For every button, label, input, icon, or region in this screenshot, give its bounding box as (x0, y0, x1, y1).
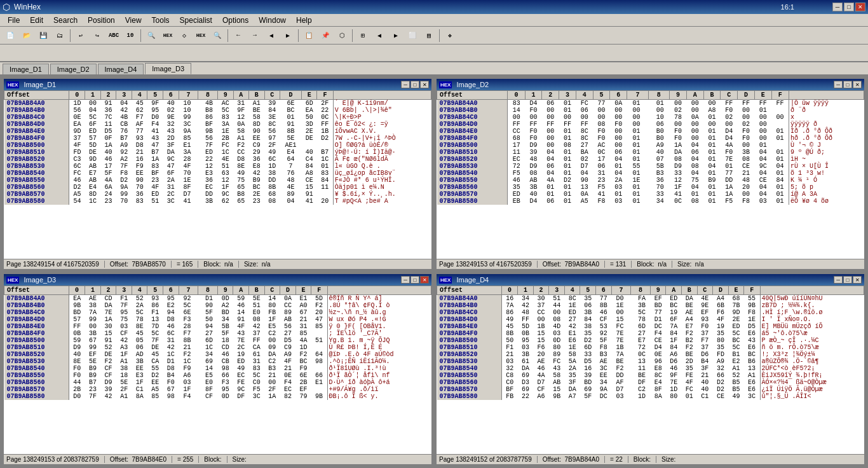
table-row[interactable]: 07B9AB84C00E5C7C4BF7D09E99868312583E0150… (4, 114, 431, 121)
hex-byte[interactable]: ED (508, 191, 526, 198)
hex-byte[interactable]: 04 (686, 170, 703, 177)
hex-byte[interactable]: D2 (69, 184, 85, 191)
hex-byte[interactable]: B3 (596, 351, 612, 358)
hex-byte[interactable]: ED (147, 191, 163, 198)
hex-byte[interactable]: 01 (771, 128, 789, 135)
hex-byte[interactable]: 77 (650, 309, 666, 316)
hex-byte[interactable]: 00 (771, 114, 789, 121)
hex-byte[interactable]: 69 (518, 372, 534, 379)
hex-byte[interactable]: 01 (559, 100, 576, 107)
hex-byte[interactable]: 34 (648, 198, 669, 205)
hex-byte[interactable]: 67 (85, 337, 101, 344)
hex-byte[interactable]: 29 (249, 149, 265, 156)
hex-byte[interactable]: DE (147, 344, 163, 351)
hex-byte[interactable]: E6 (564, 337, 580, 344)
hex-byte[interactable]: 19 (233, 351, 249, 358)
hex-byte[interactable]: FC (682, 386, 698, 393)
hex-byte[interactable]: 52 (132, 295, 147, 303)
hex-byte[interactable]: A2 (116, 156, 132, 163)
hex-byte[interactable]: D2 (116, 177, 132, 184)
hex-byte[interactable]: 51 (549, 295, 565, 303)
hex-byte[interactable]: FF (525, 121, 542, 128)
hex-byte[interactable]: 5E (116, 379, 132, 386)
hex-byte[interactable]: 95 (163, 295, 179, 303)
hex-byte[interactable]: 36 (249, 156, 265, 163)
table-row[interactable]: 07B9AB84F068F000018CF00001B0F00001D4F000… (437, 135, 864, 142)
hex-byte[interactable]: 99 (85, 344, 101, 351)
hex-byte[interactable]: 01 (703, 184, 721, 191)
hex-byte[interactable]: 20 (533, 351, 549, 358)
table-row[interactable]: 07B9AB8570BF69CF15DA699AD7C28F1DFC40D2B5… (437, 386, 864, 393)
hex-byte[interactable]: DA (670, 149, 687, 156)
hex-byte[interactable]: 00 (576, 114, 593, 121)
hex-byte[interactable]: 02 (670, 107, 687, 114)
hex-byte[interactable]: 2A (132, 302, 147, 309)
hex-byte[interactable]: 31 (233, 100, 249, 107)
hex-byte[interactable]: 12 (198, 163, 218, 170)
hex-byte[interactable]: 55 (744, 295, 760, 303)
hex-byte[interactable]: FC (576, 100, 593, 107)
hex-byte[interactable]: 01 (627, 198, 648, 205)
table-row[interactable]: 07B9AB850059679142057F318B6D187EFF00D54A… (4, 337, 431, 344)
hex-byte[interactable]: FB (501, 393, 517, 400)
table-row[interactable]: 07B9AB84B09B38DA7F2A86E25C90A2465180CCA0… (4, 302, 431, 309)
hex-byte[interactable]: 04 (576, 170, 593, 177)
hex-byte[interactable]: 0A (610, 100, 627, 107)
hex-byte[interactable]: A7 (564, 393, 580, 400)
hex-byte[interactable]: EF (295, 386, 311, 393)
hex-byte[interactable]: A5 (69, 191, 85, 198)
hex-byte[interactable]: 01 (559, 149, 576, 156)
hex-byte[interactable]: BC (728, 337, 744, 344)
hex-byte[interactable]: 9D (69, 128, 85, 135)
hex-byte[interactable]: 7F (116, 302, 132, 309)
hex-byte[interactable]: 39 (264, 100, 280, 107)
hex-byte[interactable]: B0 (648, 135, 669, 142)
table-row[interactable]: 07B9AB8510FDDE409221B7DA3AED1CCC2949E440… (4, 149, 431, 156)
hex-byte[interactable]: 91 (100, 337, 116, 344)
hex-byte[interactable]: 57 (85, 135, 101, 142)
hex-byte[interactable]: 12 (217, 177, 233, 184)
hex-byte[interactable]: 31 (249, 358, 265, 365)
hex-byte[interactable]: 01 (559, 191, 576, 198)
hex-byte[interactable]: 36 (132, 191, 147, 198)
hex-byte[interactable]: 00 (542, 128, 559, 135)
hex-byte[interactable]: 23 (249, 198, 265, 205)
hex-byte[interactable]: F2 (233, 142, 249, 149)
hex-byte[interactable]: 1D (69, 100, 85, 107)
hex-byte[interactable]: 1D (295, 344, 311, 351)
hex-byte[interactable]: 49 (233, 170, 249, 177)
hex-byte[interactable]: 35 (580, 295, 596, 303)
hex-byte[interactable]: 77 (593, 100, 610, 107)
hex-byte[interactable]: FC (69, 170, 85, 177)
hex-byte[interactable]: 34 (198, 351, 218, 358)
table-row[interactable]: 07B9AB84C08648CC00ED3B46005C7719AEEFF69D… (437, 309, 864, 316)
hex-byte[interactable]: 06 (593, 163, 610, 170)
hex-byte[interactable]: 00 (754, 128, 771, 135)
tab-image_d1[interactable]: Image_D1 (3, 64, 49, 74)
table-row[interactable]: 07B9AB855046AB4AD290232A1E361275B9DD48CE… (4, 177, 431, 184)
hex-byte[interactable]: 2A (564, 365, 580, 372)
hex-byte[interactable]: F0 (69, 365, 85, 372)
hex-byte[interactable]: CC (533, 309, 549, 316)
hex-byte[interactable]: 11 (508, 149, 526, 156)
hex-byte[interactable]: 9A (116, 184, 132, 191)
table-row[interactable]: 07B9AB8570ED4001010A410101334101011A0004… (437, 191, 864, 198)
hex-byte[interactable]: 04 (610, 156, 627, 163)
hex-byte[interactable]: 39 (100, 386, 116, 393)
hex-byte[interactable]: C9 (249, 142, 265, 149)
hex-byte[interactable]: AF (132, 121, 147, 128)
hex-byte[interactable]: 67 (295, 309, 311, 316)
hex-byte[interactable]: AC (217, 100, 233, 107)
hex-byte[interactable]: 03 (518, 344, 534, 351)
hex-byte[interactable]: 84 (771, 177, 789, 184)
hex-byte[interactable]: 5D (518, 323, 534, 330)
hex-byte[interactable]: 8B (501, 330, 517, 337)
hex-byte[interactable]: 1E (627, 177, 648, 184)
hex-byte[interactable]: B9 (703, 177, 721, 184)
hex-byte[interactable]: 01 (627, 156, 648, 163)
hex-byte[interactable]: 04 (754, 191, 771, 198)
hex-byte[interactable]: F8 (596, 344, 612, 351)
hex-byte[interactable]: 00 (85, 323, 101, 330)
hex-byte[interactable]: 1C (217, 149, 233, 156)
hex-byte[interactable]: 01 (559, 135, 576, 142)
